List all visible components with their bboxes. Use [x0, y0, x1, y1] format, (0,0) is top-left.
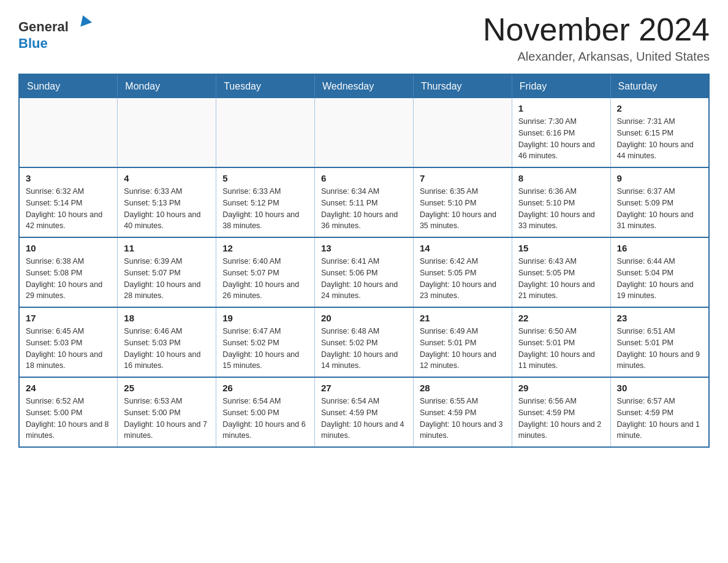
day-info: Sunrise: 6:48 AMSunset: 5:02 PMDaylight:… — [321, 326, 407, 372]
day-number: 12 — [222, 243, 308, 253]
day-info: Sunrise: 6:56 AMSunset: 4:59 PMDaylight:… — [518, 396, 604, 442]
day-info: Sunrise: 6:49 AMSunset: 5:01 PMDaylight:… — [420, 326, 506, 372]
day-info: Sunrise: 6:33 AMSunset: 5:12 PMDaylight:… — [222, 186, 308, 232]
svg-marker-1 — [77, 13, 92, 27]
table-row: 29Sunrise: 6:56 AMSunset: 4:59 PMDayligh… — [512, 377, 610, 447]
day-number: 21 — [420, 313, 506, 323]
header-wednesday: Wednesday — [315, 74, 414, 98]
day-number: 6 — [321, 173, 407, 183]
day-info: Sunrise: 6:46 AMSunset: 5:03 PMDaylight:… — [124, 326, 210, 372]
day-number: 25 — [124, 383, 210, 393]
table-row: 21Sunrise: 6:49 AMSunset: 5:01 PMDayligh… — [413, 307, 512, 377]
calendar-header-row: Sunday Monday Tuesday Wednesday Thursday… — [19, 74, 709, 98]
table-row: 11Sunrise: 6:39 AMSunset: 5:07 PMDayligh… — [118, 237, 216, 307]
table-row: 17Sunrise: 6:45 AMSunset: 5:03 PMDayligh… — [19, 307, 118, 377]
day-number: 18 — [124, 313, 210, 323]
table-row: 4Sunrise: 6:33 AMSunset: 5:13 PMDaylight… — [118, 167, 216, 237]
table-row: 14Sunrise: 6:42 AMSunset: 5:05 PMDayligh… — [413, 237, 512, 307]
day-info: Sunrise: 6:54 AMSunset: 5:00 PMDaylight:… — [222, 396, 308, 442]
svg-text:General: General — [18, 19, 69, 34]
day-number: 27 — [321, 383, 407, 393]
day-info: Sunrise: 6:39 AMSunset: 5:07 PMDaylight:… — [124, 256, 210, 302]
table-row: 13Sunrise: 6:41 AMSunset: 5:06 PMDayligh… — [315, 237, 414, 307]
day-info: Sunrise: 6:51 AMSunset: 5:01 PMDaylight:… — [617, 326, 702, 372]
table-row: 16Sunrise: 6:44 AMSunset: 5:04 PMDayligh… — [610, 237, 709, 307]
day-number: 22 — [518, 313, 604, 323]
day-info: Sunrise: 6:45 AMSunset: 5:03 PMDaylight:… — [26, 326, 111, 372]
day-info: Sunrise: 6:34 AMSunset: 5:11 PMDaylight:… — [321, 186, 407, 232]
table-row: 27Sunrise: 6:54 AMSunset: 4:59 PMDayligh… — [315, 377, 414, 447]
table-row — [216, 98, 315, 167]
header-monday: Monday — [118, 74, 216, 98]
table-row: 7Sunrise: 6:35 AMSunset: 5:10 PMDaylight… — [413, 167, 512, 237]
location-subtitle: Alexander, Arkansas, United States — [483, 50, 710, 64]
day-number: 23 — [617, 313, 702, 323]
day-info: Sunrise: 6:41 AMSunset: 5:06 PMDaylight:… — [321, 256, 407, 302]
day-number: 10 — [26, 243, 111, 253]
day-number: 1 — [518, 103, 604, 113]
day-info: Sunrise: 6:33 AMSunset: 5:13 PMDaylight:… — [124, 186, 210, 232]
day-info: Sunrise: 7:31 AMSunset: 6:15 PMDaylight:… — [617, 116, 702, 162]
day-number: 20 — [321, 313, 407, 323]
header-tuesday: Tuesday — [216, 74, 315, 98]
day-number: 16 — [617, 243, 702, 253]
title-area: November 2024 Alexander, Arkansas, Unite… — [483, 12, 710, 64]
day-number: 2 — [617, 103, 702, 113]
table-row: 5Sunrise: 6:33 AMSunset: 5:12 PMDaylight… — [216, 167, 315, 237]
day-number: 5 — [222, 173, 308, 183]
table-row — [413, 98, 512, 167]
day-number: 14 — [420, 243, 506, 253]
svg-text:Blue: Blue — [18, 36, 48, 51]
day-info: Sunrise: 6:35 AMSunset: 5:10 PMDaylight:… — [420, 186, 506, 232]
day-info: Sunrise: 6:32 AMSunset: 5:14 PMDaylight:… — [26, 186, 111, 232]
day-info: Sunrise: 6:52 AMSunset: 5:00 PMDaylight:… — [26, 396, 111, 442]
header-sunday: Sunday — [19, 74, 118, 98]
day-number: 30 — [617, 383, 702, 393]
logo: General Blue — [18, 12, 98, 55]
table-row — [118, 98, 216, 167]
day-info: Sunrise: 6:50 AMSunset: 5:01 PMDaylight:… — [518, 326, 604, 372]
day-number: 9 — [617, 173, 702, 183]
calendar-week-row: 24Sunrise: 6:52 AMSunset: 5:00 PMDayligh… — [19, 377, 709, 447]
day-info: Sunrise: 6:43 AMSunset: 5:05 PMDaylight:… — [518, 256, 604, 302]
table-row: 19Sunrise: 6:47 AMSunset: 5:02 PMDayligh… — [216, 307, 315, 377]
day-number: 19 — [222, 313, 308, 323]
table-row — [19, 98, 118, 167]
day-info: Sunrise: 6:44 AMSunset: 5:04 PMDaylight:… — [617, 256, 702, 302]
calendar-week-row: 10Sunrise: 6:38 AMSunset: 5:08 PMDayligh… — [19, 237, 709, 307]
day-number: 3 — [26, 173, 111, 183]
table-row: 22Sunrise: 6:50 AMSunset: 5:01 PMDayligh… — [512, 307, 610, 377]
table-row: 9Sunrise: 6:37 AMSunset: 5:09 PMDaylight… — [610, 167, 709, 237]
day-info: Sunrise: 6:54 AMSunset: 4:59 PMDaylight:… — [321, 396, 407, 442]
table-row: 6Sunrise: 6:34 AMSunset: 5:11 PMDaylight… — [315, 167, 414, 237]
table-row: 28Sunrise: 6:55 AMSunset: 4:59 PMDayligh… — [413, 377, 512, 447]
day-info: Sunrise: 6:55 AMSunset: 4:59 PMDaylight:… — [420, 396, 506, 442]
day-number: 28 — [420, 383, 506, 393]
day-number: 13 — [321, 243, 407, 253]
day-number: 11 — [124, 243, 210, 253]
day-info: Sunrise: 6:53 AMSunset: 5:00 PMDaylight:… — [124, 396, 210, 442]
table-row: 1Sunrise: 7:30 AMSunset: 6:16 PMDaylight… — [512, 98, 610, 167]
table-row — [315, 98, 414, 167]
table-row: 15Sunrise: 6:43 AMSunset: 5:05 PMDayligh… — [512, 237, 610, 307]
header-thursday: Thursday — [413, 74, 512, 98]
table-row: 12Sunrise: 6:40 AMSunset: 5:07 PMDayligh… — [216, 237, 315, 307]
table-row: 25Sunrise: 6:53 AMSunset: 5:00 PMDayligh… — [118, 377, 216, 447]
day-number: 24 — [26, 383, 111, 393]
day-number: 26 — [222, 383, 308, 393]
header-friday: Friday — [512, 74, 610, 98]
calendar-week-row: 1Sunrise: 7:30 AMSunset: 6:16 PMDaylight… — [19, 98, 709, 167]
logo-svg: General Blue — [18, 12, 98, 55]
day-info: Sunrise: 6:57 AMSunset: 4:59 PMDaylight:… — [617, 396, 702, 442]
day-number: 4 — [124, 173, 210, 183]
table-row: 18Sunrise: 6:46 AMSunset: 5:03 PMDayligh… — [118, 307, 216, 377]
table-row: 24Sunrise: 6:52 AMSunset: 5:00 PMDayligh… — [19, 377, 118, 447]
table-row: 2Sunrise: 7:31 AMSunset: 6:15 PMDaylight… — [610, 98, 709, 167]
table-row: 10Sunrise: 6:38 AMSunset: 5:08 PMDayligh… — [19, 237, 118, 307]
day-info: Sunrise: 6:37 AMSunset: 5:09 PMDaylight:… — [617, 186, 702, 232]
month-title: November 2024 — [483, 12, 710, 47]
header-saturday: Saturday — [610, 74, 709, 98]
day-info: Sunrise: 6:36 AMSunset: 5:10 PMDaylight:… — [518, 186, 604, 232]
day-info: Sunrise: 6:38 AMSunset: 5:08 PMDaylight:… — [26, 256, 111, 302]
day-info: Sunrise: 7:30 AMSunset: 6:16 PMDaylight:… — [518, 116, 604, 162]
